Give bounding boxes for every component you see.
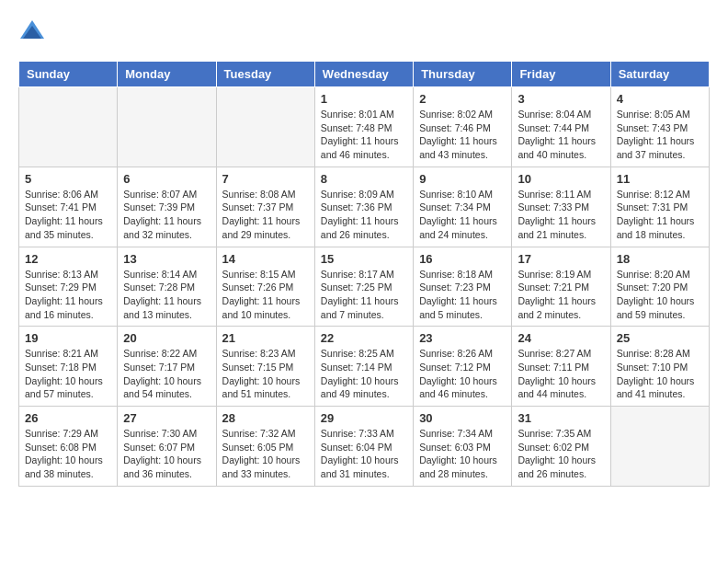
calendar-day-cell: [216, 87, 314, 167]
day-number: 29: [321, 411, 407, 425]
day-info: Sunrise: 8:01 AM Sunset: 7:48 PM Dayligh…: [321, 108, 407, 162]
calendar-week-row: 1Sunrise: 8:01 AM Sunset: 7:48 PM Daylig…: [19, 87, 710, 167]
day-info: Sunrise: 8:14 AM Sunset: 7:28 PM Dayligh…: [123, 268, 210, 322]
calendar-day-cell: 1Sunrise: 8:01 AM Sunset: 7:48 PM Daylig…: [314, 87, 413, 167]
day-number: 24: [518, 331, 604, 345]
day-info: Sunrise: 8:17 AM Sunset: 7:25 PM Dayligh…: [321, 268, 407, 322]
day-number: 16: [419, 252, 506, 266]
day-number: 7: [222, 172, 309, 186]
day-number: 30: [419, 411, 506, 425]
day-number: 22: [321, 331, 407, 345]
day-number: 10: [518, 172, 604, 186]
calendar-day-cell: 10Sunrise: 8:11 AM Sunset: 7:33 PM Dayli…: [512, 167, 610, 247]
calendar-day-cell: 12Sunrise: 8:13 AM Sunset: 7:29 PM Dayli…: [19, 247, 118, 327]
calendar-day-cell: 24Sunrise: 8:27 AM Sunset: 7:11 PM Dayli…: [512, 327, 610, 407]
calendar-day-cell: 15Sunrise: 8:17 AM Sunset: 7:25 PM Dayli…: [314, 247, 413, 327]
calendar-day-cell: 4Sunrise: 8:05 AM Sunset: 7:43 PM Daylig…: [610, 87, 709, 167]
day-info: Sunrise: 8:19 AM Sunset: 7:21 PM Dayligh…: [518, 268, 604, 322]
day-info: Sunrise: 8:26 AM Sunset: 7:12 PM Dayligh…: [419, 347, 506, 401]
day-number: 26: [25, 411, 111, 425]
day-info: Sunrise: 8:22 AM Sunset: 7:17 PM Dayligh…: [123, 347, 210, 401]
calendar-day-cell: 14Sunrise: 8:15 AM Sunset: 7:26 PM Dayli…: [216, 247, 314, 327]
day-number: 13: [123, 252, 210, 266]
day-number: 25: [617, 331, 703, 345]
day-number: 17: [518, 252, 604, 266]
day-info: Sunrise: 8:23 AM Sunset: 7:15 PM Dayligh…: [222, 347, 309, 401]
calendar-day-cell: 2Sunrise: 8:02 AM Sunset: 7:46 PM Daylig…: [414, 87, 512, 167]
day-info: Sunrise: 7:33 AM Sunset: 6:04 PM Dayligh…: [321, 427, 407, 481]
day-info: Sunrise: 8:07 AM Sunset: 7:39 PM Dayligh…: [123, 188, 210, 242]
day-number: 28: [222, 411, 309, 425]
day-info: Sunrise: 8:15 AM Sunset: 7:26 PM Dayligh…: [222, 268, 309, 322]
calendar-day-cell: [610, 407, 709, 487]
day-info: Sunrise: 8:12 AM Sunset: 7:31 PM Dayligh…: [617, 188, 703, 242]
calendar-day-cell: 21Sunrise: 8:23 AM Sunset: 7:15 PM Dayli…: [216, 327, 314, 407]
calendar-day-cell: 23Sunrise: 8:26 AM Sunset: 7:12 PM Dayli…: [414, 327, 512, 407]
calendar-day-cell: 18Sunrise: 8:20 AM Sunset: 7:20 PM Dayli…: [610, 247, 709, 327]
day-number: 8: [321, 172, 407, 186]
day-info: Sunrise: 7:30 AM Sunset: 6:07 PM Dayligh…: [123, 427, 210, 481]
calendar-day-cell: 20Sunrise: 8:22 AM Sunset: 7:17 PM Dayli…: [118, 327, 216, 407]
calendar-day-cell: 17Sunrise: 8:19 AM Sunset: 7:21 PM Dayli…: [512, 247, 610, 327]
day-info: Sunrise: 8:21 AM Sunset: 7:18 PM Dayligh…: [25, 347, 111, 401]
calendar-day-cell: 26Sunrise: 7:29 AM Sunset: 6:08 PM Dayli…: [19, 407, 118, 487]
calendar-day-cell: 9Sunrise: 8:10 AM Sunset: 7:34 PM Daylig…: [414, 167, 512, 247]
day-number: 1: [321, 92, 407, 106]
day-info: Sunrise: 8:10 AM Sunset: 7:34 PM Dayligh…: [419, 188, 506, 242]
calendar-day-cell: 8Sunrise: 8:09 AM Sunset: 7:36 PM Daylig…: [314, 167, 413, 247]
calendar-day-header: Saturday: [610, 62, 709, 87]
day-info: Sunrise: 8:28 AM Sunset: 7:10 PM Dayligh…: [617, 347, 703, 401]
calendar-week-row: 12Sunrise: 8:13 AM Sunset: 7:29 PM Dayli…: [19, 247, 710, 327]
day-number: 23: [419, 331, 506, 345]
calendar-week-row: 26Sunrise: 7:29 AM Sunset: 6:08 PM Dayli…: [19, 407, 710, 487]
calendar-day-header: Sunday: [19, 62, 118, 87]
calendar-day-cell: 28Sunrise: 7:32 AM Sunset: 6:05 PM Dayli…: [216, 407, 314, 487]
day-number: 5: [25, 172, 111, 186]
day-number: 2: [419, 92, 506, 106]
day-info: Sunrise: 8:27 AM Sunset: 7:11 PM Dayligh…: [518, 347, 604, 401]
calendar-day-cell: 5Sunrise: 8:06 AM Sunset: 7:41 PM Daylig…: [19, 167, 118, 247]
day-info: Sunrise: 7:32 AM Sunset: 6:05 PM Dayligh…: [222, 427, 309, 481]
calendar-day-cell: 6Sunrise: 8:07 AM Sunset: 7:39 PM Daylig…: [118, 167, 216, 247]
day-info: Sunrise: 7:34 AM Sunset: 6:03 PM Dayligh…: [419, 427, 506, 481]
day-number: 6: [123, 172, 210, 186]
day-number: 9: [419, 172, 506, 186]
day-number: 12: [25, 252, 111, 266]
calendar-day-header: Tuesday: [216, 62, 314, 87]
day-number: 15: [321, 252, 407, 266]
day-number: 20: [123, 331, 210, 345]
day-info: Sunrise: 8:06 AM Sunset: 7:41 PM Dayligh…: [25, 188, 111, 242]
page-header: [18, 18, 710, 46]
calendar-day-cell: 22Sunrise: 8:25 AM Sunset: 7:14 PM Dayli…: [314, 327, 413, 407]
day-info: Sunrise: 7:35 AM Sunset: 6:02 PM Dayligh…: [518, 427, 604, 481]
day-number: 31: [518, 411, 604, 425]
calendar-day-cell: 25Sunrise: 8:28 AM Sunset: 7:10 PM Dayli…: [610, 327, 709, 407]
logo: [18, 18, 50, 46]
day-number: 21: [222, 331, 309, 345]
logo-icon: [18, 18, 46, 46]
day-info: Sunrise: 8:25 AM Sunset: 7:14 PM Dayligh…: [321, 347, 407, 401]
day-info: Sunrise: 8:08 AM Sunset: 7:37 PM Dayligh…: [222, 188, 309, 242]
calendar-week-row: 19Sunrise: 8:21 AM Sunset: 7:18 PM Dayli…: [19, 327, 710, 407]
calendar-day-cell: 11Sunrise: 8:12 AM Sunset: 7:31 PM Dayli…: [610, 167, 709, 247]
day-info: Sunrise: 8:18 AM Sunset: 7:23 PM Dayligh…: [419, 268, 506, 322]
calendar-day-cell: 19Sunrise: 8:21 AM Sunset: 7:18 PM Dayli…: [19, 327, 118, 407]
calendar-day-header: Thursday: [414, 62, 512, 87]
calendar-day-cell: 13Sunrise: 8:14 AM Sunset: 7:28 PM Dayli…: [118, 247, 216, 327]
calendar-day-cell: 31Sunrise: 7:35 AM Sunset: 6:02 PM Dayli…: [512, 407, 610, 487]
day-info: Sunrise: 7:29 AM Sunset: 6:08 PM Dayligh…: [25, 427, 111, 481]
day-number: 11: [617, 172, 703, 186]
calendar-week-row: 5Sunrise: 8:06 AM Sunset: 7:41 PM Daylig…: [19, 167, 710, 247]
calendar-table: SundayMondayTuesdayWednesdayThursdayFrid…: [18, 61, 710, 487]
calendar-day-cell: 29Sunrise: 7:33 AM Sunset: 6:04 PM Dayli…: [314, 407, 413, 487]
day-number: 4: [617, 92, 703, 106]
day-info: Sunrise: 8:20 AM Sunset: 7:20 PM Dayligh…: [617, 268, 703, 322]
day-info: Sunrise: 8:13 AM Sunset: 7:29 PM Dayligh…: [25, 268, 111, 322]
calendar-header-row: SundayMondayTuesdayWednesdayThursdayFrid…: [19, 62, 710, 87]
calendar-day-header: Wednesday: [314, 62, 413, 87]
day-info: Sunrise: 8:04 AM Sunset: 7:44 PM Dayligh…: [518, 108, 604, 162]
day-number: 3: [518, 92, 604, 106]
calendar-day-cell: 7Sunrise: 8:08 AM Sunset: 7:37 PM Daylig…: [216, 167, 314, 247]
calendar-day-header: Monday: [118, 62, 216, 87]
calendar-day-cell: [118, 87, 216, 167]
